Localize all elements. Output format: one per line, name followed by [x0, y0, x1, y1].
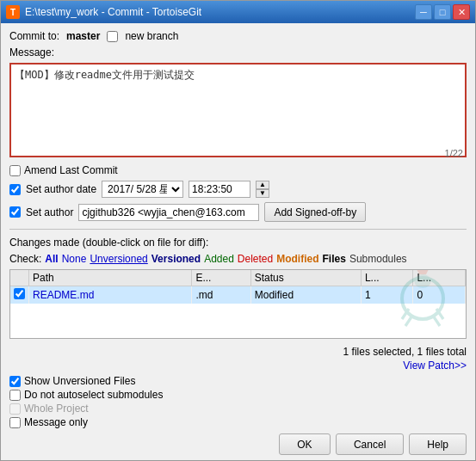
amend-checkbox[interactable] — [9, 165, 21, 176]
file-checkbox[interactable] — [14, 288, 25, 299]
filter-deleted[interactable]: Deleted — [238, 253, 273, 265]
time-spinner: ▲ ▼ — [256, 181, 269, 198]
separator — [9, 229, 467, 230]
show-unversioned-row: Show Unversioned Files — [9, 375, 467, 387]
new-branch-label: new branch — [125, 30, 178, 42]
filter-versioned[interactable]: Versioned — [151, 253, 201, 265]
add-signed-off-button[interactable]: Add Signed-off-by — [264, 202, 366, 222]
file-status: Modified — [250, 286, 361, 304]
commit-to-label: Commit to: — [9, 30, 59, 42]
cancel-button[interactable]: Cancel — [336, 433, 404, 455]
set-author-row: Set author Add Signed-off-by — [9, 202, 467, 222]
window-title: E:\test\my_work - Commit - TortoiseGit — [25, 6, 201, 18]
message-container: 1/22 — [9, 63, 467, 160]
message-only-checkbox[interactable] — [9, 417, 21, 428]
set-author-label: Set author — [26, 206, 73, 218]
no-autoselect-row: Do not autoselect submodules — [9, 389, 467, 401]
close-button[interactable]: ✕ — [453, 4, 470, 20]
show-unversioned-checkbox[interactable] — [9, 376, 21, 387]
main-window: T E:\test\my_work - Commit - TortoiseGit… — [0, 0, 476, 461]
col-path[interactable]: Path — [29, 270, 192, 286]
app-icon: T — [6, 5, 20, 19]
show-unversioned-label: Show Unversioned Files — [24, 375, 135, 387]
whole-project-checkbox[interactable] — [9, 403, 21, 415]
filter-submodules[interactable]: Submodules — [349, 253, 407, 265]
filter-modified[interactable]: Modified — [276, 253, 318, 265]
char-count: 1/22 — [445, 148, 463, 158]
files-info-bar: 1 files selected, 1 files total View Pat… — [1, 346, 475, 375]
minimize-button[interactable]: ─ — [415, 4, 432, 20]
new-branch-checkbox[interactable] — [107, 31, 118, 42]
message-only-label: Message only — [24, 416, 88, 428]
date-select[interactable]: 2017/ 5/28 星期一 — [102, 181, 183, 198]
author-input[interactable] — [78, 204, 259, 221]
author-date-row: Set author date 2017/ 5/28 星期一 ▲ ▼ — [9, 181, 467, 198]
bottom-checkboxes: Show Unversioned Files Do not autoselect… — [1, 375, 475, 428]
amend-row: Amend Last Commit — [9, 164, 467, 176]
title-bar-left: T E:\test\my_work - Commit - TortoiseGit — [6, 5, 201, 19]
message-input[interactable] — [9, 63, 467, 157]
svg-line-4 — [405, 316, 412, 326]
message-label: Message: — [9, 46, 467, 58]
svg-point-1 — [414, 274, 430, 288]
maximize-button[interactable]: □ — [434, 4, 451, 20]
svg-marker-6 — [416, 269, 430, 274]
changes-label: Changes made (double-click on file for d… — [9, 237, 467, 249]
file-link[interactable]: README.md — [33, 289, 94, 301]
no-autoselect-checkbox[interactable] — [9, 390, 21, 401]
ok-button[interactable]: OK — [279, 433, 331, 455]
file-table-container[interactable]: Path E... Status L... L... README.md .md… — [9, 269, 467, 339]
time-spinner-down[interactable]: ▼ — [256, 189, 269, 198]
action-buttons: OK Cancel Help — [1, 428, 475, 460]
file-path[interactable]: README.md — [29, 286, 192, 304]
col-check[interactable] — [10, 270, 29, 286]
set-author-date-checkbox[interactable] — [9, 184, 21, 195]
set-author-checkbox[interactable] — [9, 206, 21, 218]
no-autoselect-label: Do not autoselect submodules — [24, 389, 163, 401]
amend-label: Amend Last Commit — [24, 164, 118, 176]
whole-project-label: Whole Project — [24, 403, 89, 415]
filter-unversioned[interactable]: Unversioned — [90, 253, 147, 265]
commit-to-row: Commit to: master new branch — [9, 30, 467, 42]
check-label: Check: — [9, 253, 41, 265]
files-status: 1 files selected, 1 files total — [343, 346, 467, 358]
title-buttons: ─ □ ✕ — [415, 4, 470, 20]
file-checkbox-cell[interactable] — [10, 286, 29, 304]
whole-project-row: Whole Project — [9, 403, 467, 415]
file-ext: .md — [192, 286, 250, 304]
filter-row: Check: All None Unversioned Versioned Ad… — [9, 253, 467, 265]
svg-line-5 — [433, 316, 440, 326]
branch-name: master — [66, 30, 100, 42]
filter-added[interactable]: Added — [204, 253, 234, 265]
set-author-date-label: Set author date — [26, 183, 96, 195]
message-only-row: Message only — [9, 416, 467, 428]
filter-none[interactable]: None — [62, 253, 87, 265]
filter-files[interactable]: Files — [323, 253, 346, 265]
view-patch-link[interactable]: View Patch>> — [403, 360, 467, 372]
filter-all[interactable]: All — [45, 253, 58, 265]
col-status[interactable]: Status — [250, 270, 361, 286]
title-bar: T E:\test\my_work - Commit - TortoiseGit… — [1, 1, 475, 23]
tortoise-watermark — [388, 269, 457, 329]
time-spinner-up[interactable]: ▲ — [256, 181, 269, 189]
col-ext[interactable]: E... — [192, 270, 250, 286]
content-area: Commit to: master new branch Message: 1/… — [1, 23, 475, 346]
time-input[interactable] — [189, 181, 250, 198]
help-button[interactable]: Help — [409, 433, 467, 455]
